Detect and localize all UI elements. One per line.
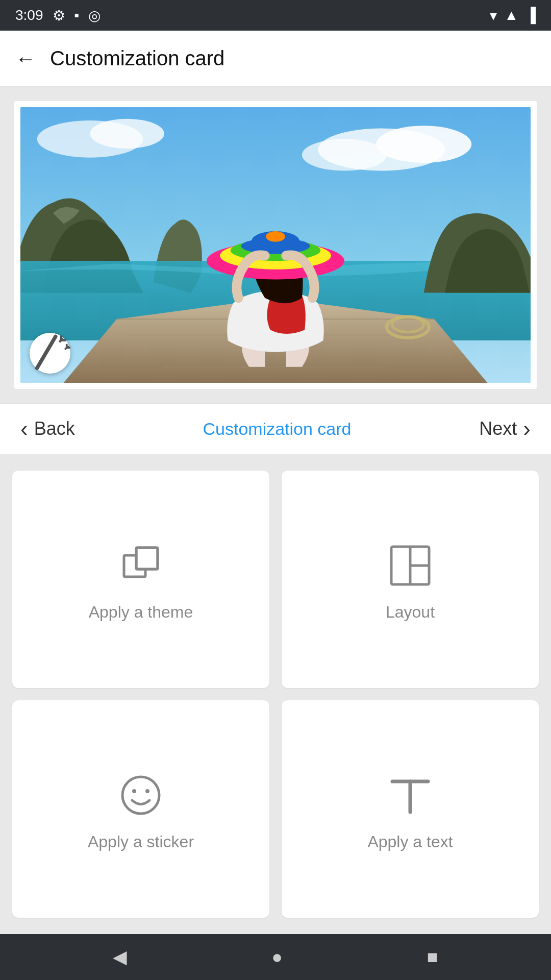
apply-text-card[interactable]: Apply a text xyxy=(282,700,539,918)
apply-text-label: Apply a text xyxy=(367,832,453,851)
magic-wand-button[interactable] xyxy=(30,333,70,374)
svg-point-2 xyxy=(376,126,471,163)
card-image xyxy=(20,107,531,383)
layout-label: Layout xyxy=(386,603,435,622)
nav-back-label: Back xyxy=(34,418,75,439)
svg-point-35 xyxy=(145,789,149,793)
layout-card[interactable]: Layout xyxy=(282,471,539,688)
layout-icon xyxy=(387,543,433,589)
nav-bar: ‹ Back Customization card Next › xyxy=(0,403,551,454)
svg-line-20 xyxy=(37,336,56,368)
app-bar: ← Customization card xyxy=(0,31,551,87)
nav-back-arrow-icon: ‹ xyxy=(20,416,28,442)
app-bar-back-button[interactable]: ← xyxy=(15,48,36,69)
recents-system-button[interactable]: ■ xyxy=(427,946,438,968)
status-bar-right: ▾ ▲ ▐ xyxy=(490,7,536,24)
image-card xyxy=(14,101,537,389)
theme-icon xyxy=(118,543,164,589)
time-display: 3:09 xyxy=(15,7,43,23)
wifi-icon: ▾ xyxy=(490,7,497,24)
app-bar-title: Customization card xyxy=(50,47,224,70)
status-bar-left: 3:09 ⚙ ▪ ◎ xyxy=(15,7,101,24)
nav-next-label: Next xyxy=(479,418,517,439)
status-bar: 3:09 ⚙ ▪ ◎ ▾ ▲ ▐ xyxy=(0,0,551,31)
apply-theme-label: Apply a theme xyxy=(89,603,193,622)
card-area xyxy=(0,87,551,403)
apply-sticker-card[interactable]: Apply a sticker xyxy=(12,700,269,918)
sdcard-icon: ▪ xyxy=(74,7,80,23)
sticker-icon xyxy=(118,772,164,818)
text-icon xyxy=(387,772,433,818)
battery-icon: ▐ xyxy=(525,7,536,23)
home-system-button[interactable]: ● xyxy=(271,946,283,968)
svg-point-18 xyxy=(266,231,285,242)
signal-icon: ▲ xyxy=(504,7,518,23)
nav-title: Customization card xyxy=(203,419,352,439)
apply-theme-card[interactable]: Apply a theme xyxy=(12,471,269,688)
nav-next-arrow-icon: › xyxy=(523,416,531,442)
options-grid: Apply a theme Layout xyxy=(0,454,551,934)
settings-icon: ⚙ xyxy=(53,7,65,24)
bottom-nav: ◀ ● ■ xyxy=(0,934,551,980)
svg-point-5 xyxy=(90,119,164,149)
nav-next-button[interactable]: Next › xyxy=(479,416,531,442)
svg-point-33 xyxy=(122,777,159,814)
svg-point-3 xyxy=(302,139,387,170)
nav-back-button[interactable]: ‹ Back xyxy=(20,416,75,442)
at-icon: ◎ xyxy=(88,7,101,24)
svg-rect-28 xyxy=(136,548,158,569)
svg-point-34 xyxy=(132,789,136,793)
back-system-button[interactable]: ◀ xyxy=(113,946,127,968)
apply-sticker-label: Apply a sticker xyxy=(88,832,194,851)
